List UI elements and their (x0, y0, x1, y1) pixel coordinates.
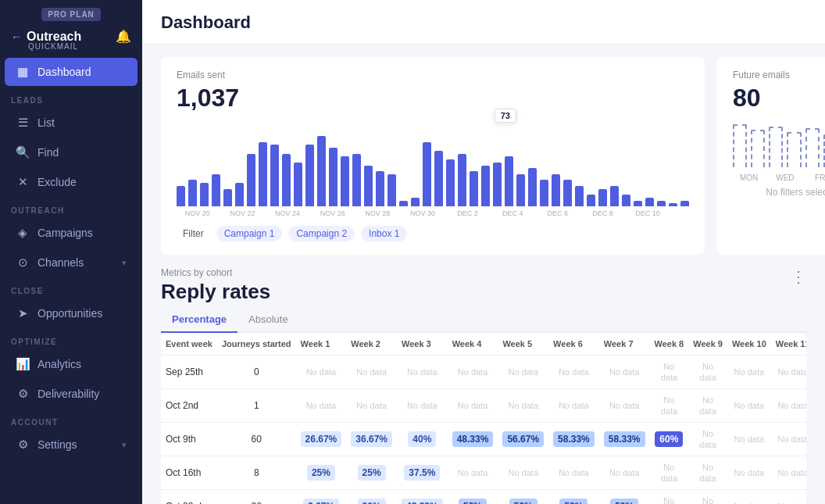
cell-data: No data (688, 423, 727, 456)
dashboard-icon: ▦ (16, 65, 30, 79)
cell-data: No data (771, 389, 806, 423)
cell-data: 26.67% (296, 423, 347, 456)
cell-data: 43.33% (397, 490, 448, 505)
chart-bar (552, 174, 560, 206)
chart-x-label: DEC 2 (447, 209, 489, 217)
cards-row: Emails sent 1,037 73 NOV 20NOV 22NOV 24N… (142, 45, 825, 267)
sidebar-item-exclude[interactable]: ✕ Exclude (5, 168, 138, 196)
cell-data: 48.33% (448, 423, 498, 456)
chart-bar (622, 195, 630, 206)
table-header: Week 8 (650, 333, 689, 356)
sidebar-section-optimize: OPTIMIZE (0, 328, 142, 349)
chart-bar (516, 174, 525, 206)
chart-bar (188, 180, 197, 206)
sidebar-item-channels[interactable]: ⊙ Channels ▾ (5, 248, 138, 277)
filter-button[interactable]: Filter (177, 225, 210, 242)
chart-tooltip: 73 (495, 109, 516, 123)
exclude-icon: ✕ (16, 175, 30, 189)
cell-data: 50% (548, 490, 599, 505)
cell-data: 36.67% (346, 423, 397, 456)
sidebar-item-analytics[interactable]: 📊 Analytics (5, 350, 138, 378)
sidebar-item-label: Find (38, 146, 59, 159)
table-header: Week 7 (599, 333, 650, 356)
table-header: Week 4 (448, 333, 498, 356)
table-header: Week 3 (397, 333, 448, 356)
sidebar-item-label: Channels (38, 256, 84, 269)
sidebar-item-list[interactable]: ☰ List (5, 109, 138, 137)
table-row: Oct 2nd1No dataNo dataNo dataNo dataNo d… (161, 389, 806, 423)
table-header: Week 5 (498, 333, 548, 356)
sidebar-item-settings[interactable]: ⚙ Settings ▾ (5, 431, 138, 459)
cell-data: No data (548, 356, 599, 389)
page-title: Dashboard (161, 13, 806, 44)
chart-bar (634, 201, 642, 207)
cell-data: No data (448, 456, 498, 490)
chart-bar (598, 189, 607, 207)
back-icon[interactable]: ← (11, 30, 22, 43)
sidebar-item-label: Opportunities (38, 307, 102, 320)
cell-data: No data (771, 423, 806, 456)
chart-bar (200, 183, 209, 206)
cell-data: No data (346, 389, 397, 423)
cell-data: No data (599, 356, 650, 389)
chart-bar (669, 203, 677, 206)
more-options-icon[interactable]: ⋮ (791, 267, 806, 286)
sidebar-item-campaigns[interactable]: ◈ Campaigns (5, 219, 138, 247)
sidebar-item-dashboard[interactable]: ▦ Dashboard (5, 58, 138, 86)
cell-data: No data (397, 389, 448, 423)
cell-journeys: 60 (217, 423, 296, 456)
emails-sent-card: Emails sent 1,037 73 NOV 20NOV 22NOV 24N… (161, 57, 705, 255)
cell-data: No data (688, 490, 727, 505)
cell-data: 50% (599, 490, 650, 505)
cell-data: 6.67% (296, 490, 347, 505)
pro-badge: PRO PLAN (41, 8, 101, 21)
table-header: Week 2 (346, 333, 397, 356)
sidebar-item-label: Dashboard (38, 66, 91, 78)
inbox1-tag[interactable]: Inbox 1 (361, 226, 407, 241)
metrics-title: Reply rates (161, 280, 270, 304)
chart-bar (270, 145, 279, 206)
chart-bar (212, 174, 220, 206)
chart-bar (341, 156, 349, 206)
chart-bar (657, 201, 666, 207)
sidebar-item-find[interactable]: 🔍 Find (5, 138, 138, 166)
chart-bar (434, 151, 443, 206)
emails-sent-value: 1,037 (177, 84, 689, 113)
emails-chart (177, 113, 689, 206)
sidebar-item-label: Exclude (38, 176, 77, 188)
cell-data: No data (771, 456, 806, 490)
future-emails-value: 80 (733, 84, 825, 113)
cell-data: No data (448, 356, 498, 389)
cell-data: 40% (397, 423, 448, 456)
future-chart-bar (769, 127, 783, 167)
sidebar-item-opportunities[interactable]: ➤ Opportunities (5, 299, 138, 327)
cell-data: No data (296, 389, 347, 423)
chart-x-labels: NOV 20NOV 22NOV 24NOV 26NOV 28NOV 30DEC … (177, 206, 689, 217)
chart-bar (610, 186, 619, 206)
table-header: Week 1 (296, 333, 347, 356)
chart-bar (399, 201, 408, 207)
chart-bar (259, 142, 267, 207)
chart-x-label: DEC 10 (627, 209, 669, 217)
chart-bar (680, 201, 689, 207)
cell-week: Oct 23rd (161, 490, 217, 505)
brand-sub: QuickMail (0, 42, 142, 51)
channels-icon: ⊙ (16, 256, 30, 270)
tab-absolute[interactable]: Absolute (238, 307, 299, 333)
cell-data: No data (650, 490, 689, 505)
chart-bar (540, 180, 548, 206)
campaign2-tag[interactable]: Campaign 2 (288, 226, 355, 241)
no-filters-text: No filters selected (733, 187, 825, 198)
sidebar-section-account: ACCOUNT (0, 409, 142, 430)
campaign1-tag[interactable]: Campaign 1 (216, 226, 283, 241)
cell-data: No data (727, 423, 771, 456)
tab-percentage[interactable]: Percentage (161, 307, 238, 333)
chart-x-label: NOV 28 (357, 209, 399, 217)
cell-data: No data (771, 356, 806, 389)
sidebar-item-deliverability[interactable]: ⚙ Deliverability (5, 380, 138, 408)
campaigns-icon: ◈ (16, 226, 30, 240)
chevron-down-icon: ▾ (122, 440, 127, 450)
chart-bar (575, 186, 584, 206)
cohort-table: Event weekJourneys startedWeek 1Week 2We… (161, 333, 806, 504)
chart-bar (376, 171, 384, 206)
